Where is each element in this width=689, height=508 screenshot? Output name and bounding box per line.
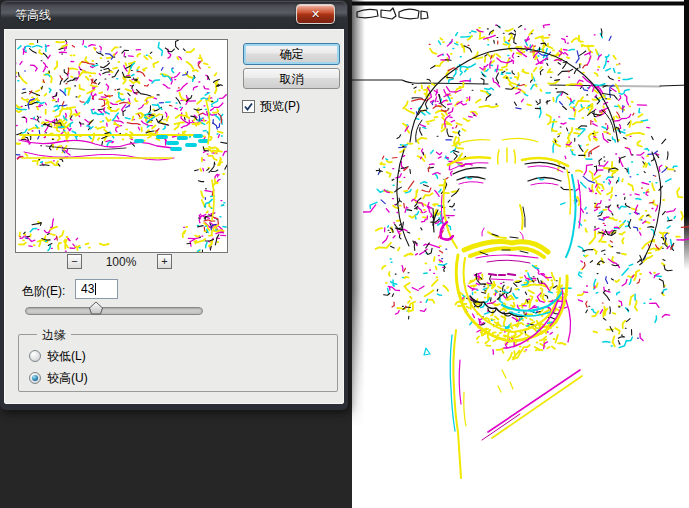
edge-low-label: 较低(L) bbox=[47, 348, 86, 365]
edge-high-radio[interactable]: 较高(U) bbox=[29, 371, 88, 385]
edge-low-radio[interactable]: 较低(L) bbox=[29, 349, 86, 363]
plus-icon: + bbox=[161, 255, 167, 267]
zoom-level: 100% bbox=[88, 255, 154, 269]
dialog-title: 等高线 bbox=[15, 1, 51, 29]
levels-slider-track[interactable] bbox=[25, 307, 203, 315]
slider-thumb-icon bbox=[88, 301, 104, 315]
contour-dialog: 等高线 ✕ − 100% + 色阶(E): 43 bbox=[0, 0, 348, 410]
preview-contour-pattern bbox=[16, 40, 227, 252]
zoom-in-button[interactable]: + bbox=[157, 254, 172, 269]
levels-slider-thumb[interactable] bbox=[88, 301, 104, 315]
edge-groupbox: 边缘 较低(L) 较高(U) bbox=[18, 334, 338, 392]
contour-portrait-image bbox=[352, 0, 689, 508]
preview-checkbox[interactable]: 预览(P) bbox=[242, 98, 300, 115]
text-caret bbox=[95, 283, 96, 295]
ok-button[interactable]: 确定 bbox=[243, 43, 340, 65]
levels-value: 43 bbox=[81, 282, 94, 296]
filter-preview-thumbnail[interactable] bbox=[15, 39, 228, 253]
document-canvas bbox=[352, 0, 689, 508]
photoshop-workspace-background: 等高线 ✕ − 100% + 色阶(E): 43 bbox=[0, 0, 689, 508]
dialog-body: − 100% + 色阶(E): 43 边缘 bbox=[4, 29, 344, 404]
cancel-label: 取消 bbox=[280, 72, 304, 86]
levels-input[interactable]: 43 bbox=[75, 279, 118, 299]
ok-label: 确定 bbox=[280, 47, 304, 61]
radio-icon bbox=[29, 350, 41, 362]
dialog-titlebar[interactable]: 等高线 ✕ bbox=[1, 1, 347, 29]
checkbox-check-icon bbox=[242, 100, 255, 113]
close-button[interactable]: ✕ bbox=[296, 4, 335, 24]
edge-group-legend: 边缘 bbox=[37, 327, 71, 344]
levels-label: 色阶(E): bbox=[22, 283, 65, 300]
dialog-drop-shadow bbox=[352, 0, 365, 445]
zoom-out-button[interactable]: − bbox=[67, 254, 82, 269]
cancel-button[interactable]: 取消 bbox=[243, 68, 340, 89]
edge-high-label: 较高(U) bbox=[47, 370, 88, 387]
close-icon: ✕ bbox=[311, 8, 320, 20]
radio-icon bbox=[29, 372, 41, 384]
minus-icon: − bbox=[71, 255, 77, 267]
preview-label: 预览(P) bbox=[260, 98, 300, 115]
